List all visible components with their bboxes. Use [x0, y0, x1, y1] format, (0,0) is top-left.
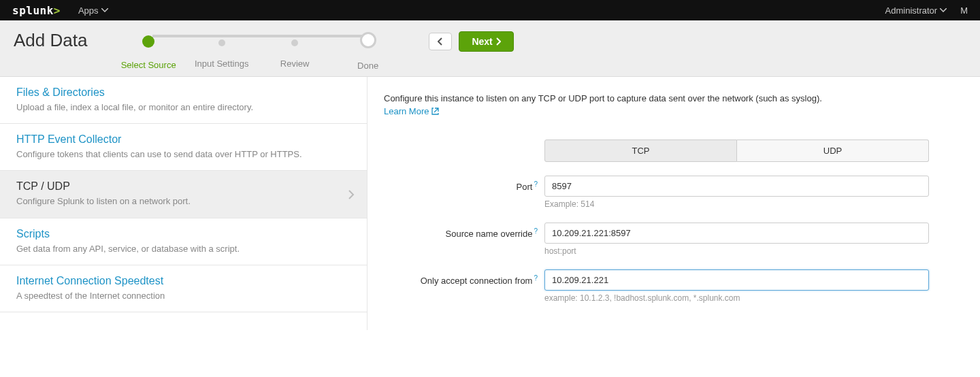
label-port-text: Port — [517, 182, 533, 192]
wizard-step-label: Review — [280, 59, 310, 69]
intro-text: Configure this instance to listen on any… — [384, 93, 953, 103]
source-title: TCP / UDP — [16, 180, 191, 193]
learn-more-link[interactable]: Learn More — [384, 106, 439, 116]
wizard-step-label: Select Source — [121, 60, 176, 70]
wizard-track: Select Source Input Settings Review Done — [112, 34, 404, 71]
right-panel: Configure this instance to listen on any… — [368, 77, 980, 330]
source-desc: A speedtest of the Internet connection — [16, 290, 355, 302]
help-icon[interactable]: ? — [534, 274, 538, 282]
wizard-step-done[interactable]: Done — [331, 34, 405, 71]
next-button[interactable]: Next — [459, 31, 513, 52]
chevron-right-icon — [348, 188, 355, 200]
port-hint: Example: 514 — [544, 199, 929, 209]
source-item-scripts[interactable]: Scripts Get data from any API, service, … — [0, 218, 367, 265]
admin-menu[interactable]: Administrator — [885, 5, 947, 16]
row-source-name: Source name override? host:port — [384, 223, 953, 256]
only-accept-input[interactable] — [544, 269, 929, 291]
tab-tcp[interactable]: TCP — [544, 140, 737, 162]
label-port: Port? — [384, 176, 544, 192]
source-title: Files & Directories — [16, 86, 355, 99]
topnav-left: splunk> Apps — [12, 4, 108, 17]
help-icon[interactable]: ? — [534, 227, 538, 235]
topnav: splunk> Apps Administrator M — [0, 0, 980, 20]
chevron-left-icon — [438, 37, 443, 46]
apps-menu[interactable]: Apps — [78, 5, 108, 16]
source-item-tcp-udp[interactable]: TCP / UDP Configure Splunk to listen on … — [0, 171, 367, 218]
form: TCP UDP Port? Example: 514 Source name o… — [384, 140, 953, 303]
wizard-bar — [152, 35, 363, 37]
source-name-hint: host:port — [544, 246, 929, 256]
admin-label: Administrator — [885, 5, 938, 16]
wizard-step-review[interactable]: Review — [258, 37, 331, 69]
next-button-label: Next — [472, 36, 492, 47]
chevron-down-icon — [940, 8, 947, 12]
row-only-accept: Only accept connection from? example: 10… — [384, 269, 953, 303]
source-title: HTTP Event Collector — [16, 133, 355, 146]
source-item-files[interactable]: Files & Directories Upload a file, index… — [0, 77, 367, 124]
row-port: Port? Example: 514 — [384, 176, 953, 209]
label-protocol — [384, 140, 544, 144]
wizard-step-label: Input Settings — [195, 59, 249, 69]
headerbar: Add Data Select Source Input Settings Re… — [0, 20, 980, 77]
source-desc: Configure tokens that clients can use to… — [16, 148, 355, 161]
wizard-step-label: Done — [357, 61, 378, 71]
wizard-dot-icon — [142, 35, 154, 48]
logo-text: splunk — [12, 4, 54, 17]
source-name-input[interactable] — [544, 223, 929, 244]
chevron-down-icon — [101, 8, 108, 12]
topnav-right-letter[interactable]: M — [960, 5, 968, 16]
source-item-speedtest[interactable]: Internet Connection Speedtest A speedtes… — [0, 265, 367, 312]
body: Files & Directories Upload a file, index… — [0, 77, 980, 330]
source-desc: Get data from any API, service, or datab… — [16, 243, 355, 255]
topnav-right: Administrator M — [885, 5, 968, 16]
wizard-dot-icon — [218, 39, 225, 46]
source-title: Scripts — [16, 228, 355, 240]
label-only-accept-text: Only accept connection from — [421, 276, 533, 286]
help-icon[interactable]: ? — [534, 180, 538, 188]
tab-udp[interactable]: UDP — [737, 140, 929, 162]
learn-more-label: Learn More — [384, 106, 429, 116]
row-protocol: TCP UDP — [384, 140, 953, 162]
apps-label: Apps — [78, 5, 99, 16]
label-only-accept: Only accept connection from? — [384, 269, 544, 286]
wizard-nav-buttons: Next — [429, 31, 513, 52]
chevron-right-icon — [495, 37, 501, 46]
source-desc: Upload a file, index a local file, or mo… — [16, 101, 355, 114]
source-list: Files & Directories Upload a file, index… — [0, 77, 368, 330]
source-title: Internet Connection Speedtest — [16, 275, 355, 287]
only-accept-hint: example: 10.1.2.3, !badhost.splunk.com, … — [544, 293, 929, 303]
source-item-hec[interactable]: HTTP Event Collector Configure tokens th… — [0, 124, 367, 171]
external-link-icon — [431, 108, 439, 115]
wizard: Select Source Input Settings Review Done — [112, 30, 404, 71]
wizard-step-select-source[interactable]: Select Source — [112, 35, 185, 70]
logo[interactable]: splunk> — [12, 4, 61, 17]
page-title: Add Data — [14, 30, 87, 51]
logo-caret: > — [54, 4, 61, 17]
label-source-name: Source name override? — [384, 223, 544, 239]
source-desc: Configure Splunk to listen on a network … — [16, 195, 191, 208]
port-input[interactable] — [544, 176, 929, 197]
wizard-step-input-settings[interactable]: Input Settings — [185, 37, 259, 69]
wizard-open-dot-icon — [360, 32, 376, 48]
protocol-segmented: TCP UDP — [544, 140, 929, 162]
label-source-name-text: Source name override — [446, 229, 533, 239]
back-button[interactable] — [429, 33, 452, 50]
wizard-dot-icon — [291, 39, 298, 46]
